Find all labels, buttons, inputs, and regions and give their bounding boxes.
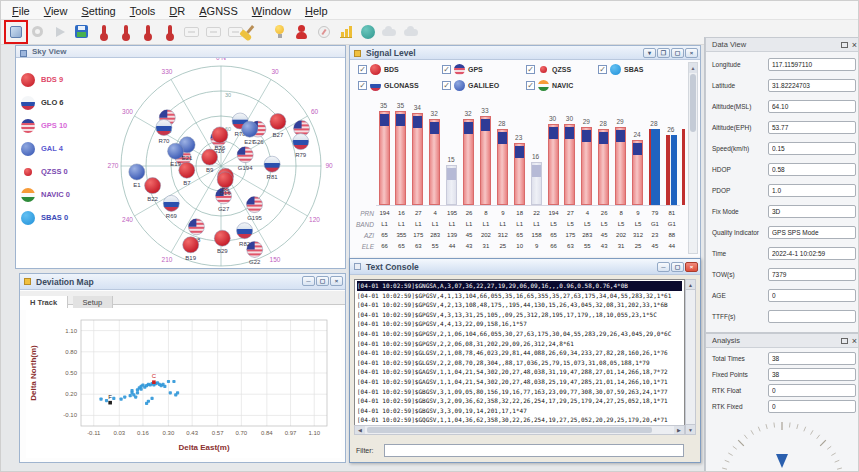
scroll-up-icon[interactable]: ▲ — [686, 280, 695, 290]
rtk-fixed-value[interactable] — [768, 400, 856, 413]
console-line[interactable]: [04-01 10:02:59]$GPGSV,4,3,13,31,25,105,… — [357, 310, 682, 320]
console-line[interactable]: [04-01 10:02:59]$GNGSA,A,3,07,36,22,27,1… — [357, 281, 682, 291]
deviation-minimize-button[interactable]: ─ — [302, 276, 315, 286]
scrollbar-thumb[interactable] — [690, 74, 696, 132]
console-line[interactable]: [04-01 10:02:59]$GLGSV,2,1,08,78,46,023,… — [357, 348, 682, 358]
float-icon[interactable] — [841, 338, 848, 344]
globe-icon[interactable] — [358, 22, 378, 42]
checkbox-icon[interactable]: ✓ — [358, 81, 367, 90]
signal-close-button[interactable]: × — [685, 48, 698, 58]
console-line[interactable]: [04-01 10:02:59]$GBGSV,3,1,09,05,80,156,… — [357, 387, 682, 397]
checkbox-sbas[interactable]: ✓SBAS — [598, 62, 643, 76]
hdop-value[interactable] — [768, 163, 856, 176]
close-icon[interactable]: × — [852, 337, 857, 345]
speed-km-h--value[interactable] — [768, 142, 856, 155]
console-line[interactable]: [04-01 10:02:59]$GPGSV,4,1,13,104,66,055… — [357, 291, 682, 301]
menu-tools[interactable]: Tools — [123, 3, 163, 19]
checkbox-galileo[interactable]: ✓GALILEO — [442, 78, 499, 92]
scrollbar-thumb[interactable] — [367, 427, 652, 433]
deviation-maximize-button[interactable]: ▢ — [316, 276, 329, 286]
text-console-titlebar[interactable]: Text Console ─ ▢ × — [350, 259, 700, 275]
float-icon[interactable] — [841, 42, 848, 48]
console-line[interactable]: [04-01 10:02:59]$GPGSV,4,2,13,108,48,175… — [357, 300, 682, 310]
console-output[interactable]: [04-01 10:02:59]$GNGSA,A,3,07,36,22,27,1… — [354, 279, 685, 435]
console-line[interactable]: [04-01 10:02:59]$GQGSV,1,1,04,36,62,358,… — [357, 415, 682, 425]
console-line[interactable]: [04-01 10:02:59]$GPGSV,2,2,06,08,31,202,… — [357, 339, 682, 349]
console-line[interactable]: [04-01 10:02:59]$GPGSV,2,1,06,104,66,055… — [357, 329, 682, 339]
fixed-points-value[interactable] — [768, 368, 856, 381]
quality-indicator-value[interactable] — [768, 226, 856, 239]
bulb-icon[interactable] — [270, 22, 290, 42]
ttff-s--value[interactable] — [768, 310, 856, 323]
console-minimize-button[interactable]: ─ — [657, 262, 670, 272]
field-quality-indicator: Quality Indicator — [706, 226, 859, 240]
compass-icon[interactable] — [314, 22, 334, 42]
console-close-button[interactable]: × — [685, 262, 698, 272]
checkbox-icon[interactable]: ✓ — [442, 65, 451, 74]
signal-scrollbar[interactable]: ▲ — [688, 62, 698, 254]
menu-agnss[interactable]: AGNSS — [192, 3, 245, 19]
thermometer-1-icon[interactable] — [94, 22, 114, 42]
save-icon[interactable] — [72, 22, 92, 42]
console-line[interactable]: [04-01 10:02:59]$GAGSV,1,1,04,21,54,302,… — [357, 367, 682, 377]
console-line[interactable]: [04-01 10:02:59]$GLGSV,2,2,08,70,28,304,… — [357, 358, 682, 368]
play-icon[interactable] — [50, 22, 70, 42]
thermometer-4-icon[interactable] — [160, 22, 180, 42]
signal-pin-button[interactable]: ▾ — [643, 48, 656, 58]
checkbox-icon[interactable]: ✓ — [526, 81, 535, 90]
console-maximize-button[interactable]: ▢ — [671, 262, 684, 272]
scroll-left-icon[interactable]: ◀ — [355, 426, 365, 434]
age-value[interactable] — [768, 289, 856, 302]
signal-restore-button[interactable]: ❐ — [657, 48, 670, 58]
settings-gear-icon[interactable] — [28, 22, 48, 42]
menu-setting[interactable]: Setting — [74, 3, 122, 19]
checkbox-glonass[interactable]: ✓GLONASS — [358, 78, 419, 92]
console-line[interactable]: [04-01 10:02:59]$GPGSV,4,4,13,22,09,158,… — [357, 319, 682, 329]
console-line[interactable]: [04-01 10:02:59]$GBGSV,3,3,09,19,14,201,… — [357, 406, 682, 416]
scroll-down-icon[interactable]: ▼ — [686, 424, 695, 434]
longitude-value[interactable] — [768, 58, 856, 71]
deviation-close-button[interactable]: × — [330, 276, 343, 286]
altitude-eph--value[interactable] — [768, 121, 856, 134]
total-times-value[interactable] — [768, 352, 856, 365]
broom-icon[interactable] — [248, 22, 268, 42]
window-box-2-icon[interactable] — [204, 22, 224, 42]
menu-help[interactable]: Help — [298, 3, 335, 19]
person-marker-icon[interactable] — [292, 22, 312, 42]
checkbox-icon[interactable]: ✓ — [526, 65, 535, 74]
checkbox-icon[interactable]: ✓ — [442, 81, 451, 90]
chart-icon[interactable] — [336, 22, 356, 42]
close-icon[interactable]: × — [852, 41, 857, 49]
console-line[interactable]: [04-01 10:02:59]$GAGSV,1,1,04,21,54,302,… — [357, 377, 682, 387]
console-hscrollbar[interactable]: ◀ ▶ — [354, 425, 685, 435]
scroll-right-icon[interactable]: ▶ — [674, 426, 684, 434]
connect-icon[interactable] — [6, 22, 26, 42]
console-line[interactable]: [04-01 10:02:59]$GBGSV,3,2,09,36,62,358,… — [357, 396, 682, 406]
scroll-up-icon[interactable]: ▲ — [689, 63, 697, 73]
checkbox-qzss[interactable]: ✓QZSS — [526, 62, 571, 76]
menu-file[interactable]: File — [5, 3, 37, 19]
menu-window[interactable]: Window — [245, 3, 298, 19]
fix-mode-value[interactable] — [768, 205, 856, 218]
rtk-float-value[interactable] — [768, 384, 856, 397]
tow-s--value[interactable] — [768, 268, 856, 281]
window-box-1-icon[interactable] — [182, 22, 202, 42]
thermometer-3-icon[interactable] — [138, 22, 158, 42]
signal-maximize-button[interactable]: ▢ — [671, 48, 684, 58]
latitude-value[interactable] — [768, 79, 856, 92]
checkbox-navic[interactable]: ✓NAVIC — [526, 78, 573, 92]
checkbox-icon[interactable]: ✓ — [598, 65, 607, 74]
console-vscrollbar[interactable]: ▲ ▼ — [685, 279, 696, 435]
cloud-1-icon[interactable] — [380, 22, 400, 42]
checkbox-icon[interactable]: ✓ — [358, 65, 367, 74]
checkbox-gps[interactable]: ✓GPS — [442, 62, 483, 76]
pdop-value[interactable] — [768, 184, 856, 197]
thermometer-2-icon[interactable] — [116, 22, 136, 42]
menu-view[interactable]: View — [37, 3, 75, 19]
menu-dr[interactable]: DR — [162, 3, 192, 19]
cloud-2-icon[interactable] — [402, 22, 422, 42]
checkbox-bds[interactable]: ✓BDS — [358, 62, 399, 76]
time-value[interactable] — [768, 247, 856, 260]
altitude-msl--value[interactable] — [768, 100, 856, 113]
filter-input[interactable] — [384, 444, 684, 457]
